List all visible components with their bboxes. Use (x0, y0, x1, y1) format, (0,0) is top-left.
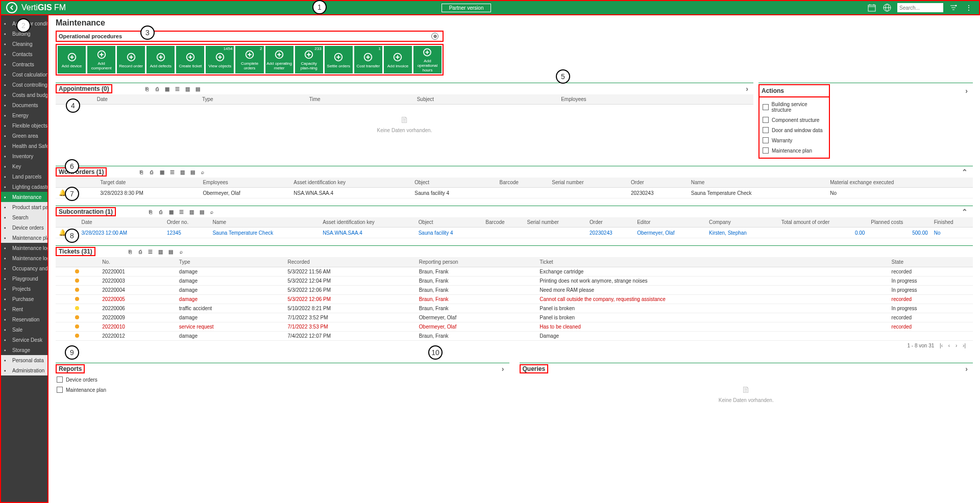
column-header[interactable] (56, 217, 79, 228)
action-item[interactable]: Building service structure (762, 99, 827, 115)
tool-grid-icon[interactable]: ▥ (157, 247, 165, 256)
column-header[interactable]: Date (79, 217, 164, 228)
column-header[interactable]: Order (586, 217, 634, 228)
operational-tile[interactable]: 233Capacity plan-ning (295, 46, 323, 73)
workorders-collapse[interactable]: ⌃ (957, 168, 973, 176)
column-header[interactable]: Serial number (524, 217, 586, 228)
tool-copy-icon[interactable]: ⎙ (136, 247, 144, 256)
report-item[interactable]: Device orders (56, 374, 509, 385)
operational-tile[interactable]: Record order (117, 46, 145, 73)
pager-first[interactable]: |‹ (940, 343, 943, 348)
column-header[interactable]: Total amount of order (778, 217, 868, 228)
column-header[interactable]: Barcode (482, 217, 524, 228)
tool-export-icon[interactable]: ⎘ (146, 208, 155, 216)
sidebar-item[interactable]: ▪Cost controlling (1, 80, 47, 90)
tool-export-icon[interactable]: ⎘ (143, 85, 151, 93)
operational-tile[interactable]: Create ticket (176, 46, 204, 73)
sidebar-item[interactable]: ▪Service Desk (1, 335, 47, 345)
sidebar-item[interactable]: ▪Administration (1, 365, 47, 375)
tool-export-icon[interactable]: ⎘ (126, 247, 134, 256)
queries-collapse[interactable]: › (960, 365, 973, 373)
tool-filter-icon[interactable]: ⌕ (208, 208, 216, 216)
sidebar-item[interactable]: ▪Contacts (1, 49, 47, 59)
sidebar-item[interactable]: ▪Storage (1, 345, 47, 355)
column-header[interactable]: Type (176, 257, 285, 267)
sidebar-item[interactable]: ▪Rent (1, 304, 47, 314)
tool-grid-icon[interactable]: ▥ (184, 85, 192, 93)
sidebar-item[interactable]: ▪Maintenance plan (1, 233, 47, 243)
column-header[interactable] (56, 94, 94, 105)
column-header[interactable]: Finished (931, 217, 973, 228)
sidebar-item[interactable]: ▪Reservation (1, 314, 47, 324)
tool-cols-icon[interactable]: ▤ (167, 247, 175, 256)
report-item[interactable]: Maintenance plan (56, 385, 509, 395)
operational-tile[interactable]: 1Cost transfer (354, 46, 382, 73)
operational-tile[interactable]: Add invoice (384, 46, 412, 73)
column-header[interactable]: Date (94, 94, 199, 105)
pager-prev[interactable]: ‹ (948, 343, 950, 348)
operational-tile[interactable]: Add operational hours (413, 46, 442, 73)
column-header[interactable]: State (889, 257, 973, 267)
tool-list-icon[interactable]: ☰ (174, 85, 182, 93)
tool-grid-icon[interactable]: ▥ (187, 208, 195, 216)
tool-list-icon[interactable]: ☰ (168, 168, 176, 176)
column-header[interactable]: No. (99, 257, 176, 267)
action-item[interactable]: Door and window data (762, 125, 827, 135)
table-row[interactable]: 20220003damage5/3/2022 12:04 PMBraun, Fr… (56, 276, 973, 286)
column-header[interactable]: Name (688, 178, 827, 188)
sidebar-item[interactable]: ▪Personal data (1, 355, 47, 365)
column-header[interactable]: Material exchange executed (827, 178, 973, 188)
calendar-icon[interactable] (867, 3, 877, 13)
column-header[interactable]: Ticket (536, 257, 888, 267)
sidebar-item[interactable]: ▪Contracts (1, 59, 47, 69)
tool-list-icon[interactable]: ☰ (146, 247, 155, 256)
operational-tile[interactable]: 1454View objects (206, 46, 234, 73)
tool-list-icon[interactable]: ☰ (177, 208, 185, 216)
sidebar-item[interactable]: ▪Projects (1, 284, 47, 294)
column-header[interactable]: Reporting person (416, 257, 536, 267)
subcontraction-collapse[interactable]: ⌃ (957, 208, 973, 216)
column-header[interactable]: Type (199, 94, 306, 105)
sidebar-item[interactable]: ▪Maintenance log water (1, 253, 47, 263)
sidebar-item[interactable]: ▪Cost calculation (1, 69, 47, 80)
sidebar-item[interactable]: ▪Flexible objects (1, 120, 47, 131)
table-row[interactable]: 20220001damage5/3/2022 11:56 AMBraun, Fr… (56, 267, 973, 276)
table-row[interactable]: 🔔3/28/2023 12:00 AM12345Sauna Temperatur… (56, 228, 973, 238)
sidebar-item[interactable]: ▪Device orders (1, 222, 47, 233)
column-header[interactable]: Planned costs (868, 217, 930, 228)
action-item[interactable]: Maintenance plan (762, 145, 827, 156)
column-header[interactable]: Object (411, 178, 496, 188)
column-header[interactable]: Object (415, 217, 483, 228)
sidebar-item[interactable]: ▪Assessor condition (1, 18, 47, 29)
sidebar-item[interactable]: ▪Product start page (1, 202, 47, 212)
sidebar-item[interactable]: ▪Search (1, 212, 47, 222)
column-header[interactable]: Target date (97, 178, 200, 188)
sidebar-item[interactable]: ▪Building (1, 29, 47, 39)
operational-tile[interactable]: 2Complete orders (235, 46, 263, 73)
tool-copy-icon[interactable]: ⎙ (148, 168, 156, 176)
sidebar-item[interactable]: ▪Inventory (1, 151, 47, 161)
tool-filter-icon[interactable]: ⌕ (199, 168, 207, 176)
tool-copy-icon[interactable]: ⎙ (153, 85, 161, 93)
sidebar-item[interactable]: ▪Green area (1, 131, 47, 141)
operational-tile[interactable]: Add operating meter (265, 46, 293, 73)
tool-calendar-icon[interactable]: ▦ (158, 168, 166, 176)
column-header[interactable]: Name (209, 217, 320, 228)
operational-tile[interactable]: Settle orders (325, 46, 353, 73)
column-header[interactable] (84, 178, 97, 188)
sidebar-item[interactable]: ▪Energy (1, 110, 47, 120)
gear-icon[interactable]: ⚙ (431, 33, 438, 40)
search-input[interactable] (897, 3, 943, 12)
column-header[interactable]: Recorded (285, 257, 416, 267)
sidebar-item[interactable]: ▪Playground (1, 273, 47, 284)
globe-icon[interactable] (882, 3, 892, 13)
tool-export-icon[interactable]: ⎘ (137, 168, 145, 176)
tool-calendar-icon[interactable]: ▦ (167, 208, 175, 216)
sidebar-item[interactable]: ▪Documents (1, 100, 47, 110)
tool-cols-icon[interactable]: ▤ (188, 168, 197, 176)
table-row[interactable]: 20220006traffic accident5/10/2022 8:21 P… (56, 304, 973, 313)
pager-last[interactable]: ›| (963, 343, 966, 348)
column-header[interactable]: Time (306, 94, 414, 105)
table-row[interactable]: 🔔3/28/2023 8:30 PMObermeyer, OlafNSA.WNA… (56, 188, 973, 198)
column-header[interactable]: Barcode (497, 178, 549, 188)
